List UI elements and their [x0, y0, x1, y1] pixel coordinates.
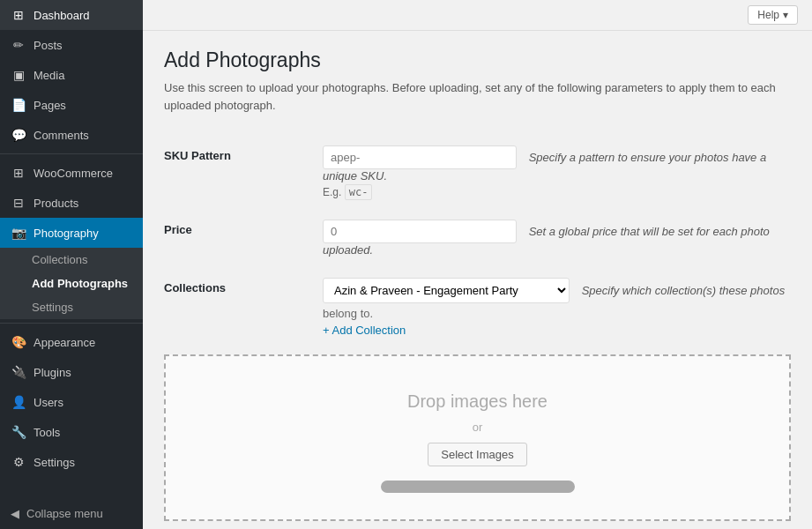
collections-select[interactable]: Azin & Praveen - Engagement Party: [323, 278, 570, 303]
settings-icon: ⚙: [11, 454, 26, 470]
collections-label: Collections: [164, 281, 226, 294]
sidebar-item-label: Pages: [34, 99, 66, 112]
tools-icon: 🔧: [11, 424, 26, 440]
sku-label: SKU Pattern: [164, 149, 231, 162]
sku-example: E.g. wc-: [323, 186, 791, 198]
progress-bar-container: [381, 481, 575, 493]
sidebar-item-pages[interactable]: 📄 Pages: [0, 90, 143, 120]
sidebar-item-posts[interactable]: ✏ Posts: [0, 30, 143, 60]
sidebar-item-settings-main[interactable]: ⚙ Settings: [0, 447, 143, 477]
sidebar-item-media[interactable]: ▣ Media: [0, 60, 143, 90]
sidebar-item-label: Settings: [34, 456, 75, 469]
woocommerce-icon: ⊞: [11, 165, 26, 181]
content-area: Add Photographs Use this screen to uploa…: [143, 31, 812, 529]
sidebar: ⊞ Dashboard ✏ Posts ▣ Media 📄 Pages 💬 Co…: [0, 0, 143, 529]
sidebar-item-photography[interactable]: 📷 Photography: [0, 218, 143, 248]
collapse-icon: ◀: [11, 507, 19, 520]
collapse-menu-button[interactable]: ◀ Collapse menu: [0, 498, 143, 529]
help-button[interactable]: Help ▾: [748, 5, 798, 25]
sidebar-item-label: Photography: [34, 227, 99, 240]
comments-icon: 💬: [11, 127, 26, 143]
sidebar-item-woocommerce[interactable]: ⊞ WooCommerce: [0, 158, 143, 188]
sidebar-item-label: Products: [34, 197, 78, 210]
price-input[interactable]: [323, 220, 517, 243]
sidebar-item-dashboard[interactable]: ⊞ Dashboard: [0, 0, 143, 30]
progress-bar-fill: [381, 481, 575, 493]
chevron-down-icon: ▾: [783, 9, 788, 21]
sidebar-item-label: Plugins: [34, 366, 71, 379]
dropzone[interactable]: Drop images here or Select Images: [164, 354, 791, 521]
sidebar-item-comments[interactable]: 💬 Comments: [0, 120, 143, 150]
drop-text: Drop images here: [407, 391, 548, 412]
select-images-button[interactable]: Select Images: [428, 443, 526, 466]
products-icon: ⊟: [11, 195, 26, 211]
appearance-icon: 🎨: [11, 334, 26, 350]
sidebar-item-label: Comments: [34, 129, 89, 142]
sidebar-item-label: Tools: [34, 426, 60, 439]
main-content: Help ▾ Add Photographs Use this screen t…: [143, 0, 812, 529]
drop-or: or: [473, 421, 483, 434]
sidebar-item-products[interactable]: ⊟ Products: [0, 188, 143, 218]
collections-row: Collections Azin & Praveen - Engagement …: [164, 267, 791, 347]
plugins-icon: 🔌: [11, 364, 26, 380]
sidebar-item-label: Users: [34, 396, 63, 409]
sidebar-item-appearance[interactable]: 🎨 Appearance: [0, 327, 143, 357]
media-icon: ▣: [11, 67, 26, 83]
collections-belong: belong to.: [323, 307, 791, 320]
sku-row: SKU Pattern Specify a pattern to ensure …: [164, 135, 791, 209]
sidebar-item-label: Media: [34, 69, 64, 82]
collapse-label: Collapse menu: [26, 507, 103, 520]
sidebar-item-plugins[interactable]: 🔌 Plugins: [0, 357, 143, 387]
help-label: Help: [757, 9, 779, 21]
sku-input[interactable]: [323, 145, 517, 169]
page-description: Use this screen to upload your photograp…: [164, 79, 791, 114]
page-title: Add Photographs: [164, 48, 791, 72]
form-table: SKU Pattern Specify a pattern to ensure …: [164, 135, 791, 347]
sidebar-submenu: Collections Add Photographs Settings: [0, 248, 143, 319]
price-row: Price Set a global price that will be se…: [164, 209, 791, 267]
collections-hint: Specify which collection(s) these photos: [582, 284, 786, 297]
price-label: Price: [164, 223, 192, 236]
dashboard-icon: ⊞: [11, 7, 26, 23]
topbar: Help ▾: [143, 0, 812, 31]
sidebar-item-label: WooCommerce: [34, 167, 113, 180]
sidebar-item-settings[interactable]: Settings: [0, 295, 143, 319]
photography-icon: 📷: [11, 225, 26, 241]
sidebar-item-label: Appearance: [34, 336, 95, 349]
sidebar-item-collections[interactable]: Collections: [0, 248, 143, 272]
users-icon: 👤: [11, 394, 26, 410]
sidebar-item-users[interactable]: 👤 Users: [0, 387, 143, 417]
sidebar-item-label: Dashboard: [34, 9, 90, 22]
posts-icon: ✏: [11, 37, 26, 53]
sidebar-item-label: Posts: [34, 39, 63, 52]
pages-icon: 📄: [11, 97, 26, 113]
sidebar-item-tools[interactable]: 🔧 Tools: [0, 417, 143, 447]
add-collection-link[interactable]: + Add Collection: [323, 324, 406, 337]
sidebar-item-add-photographs[interactable]: Add Photographs: [0, 272, 143, 295]
